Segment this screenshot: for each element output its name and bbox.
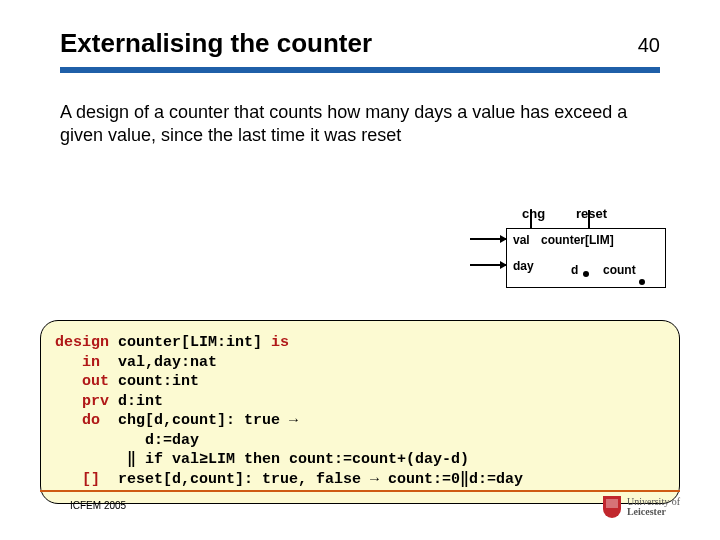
- counter-diagram: chg reset val counter[LIM] day d count: [470, 198, 670, 308]
- diagram-label-reset: reset: [576, 206, 607, 221]
- diagram-port-val: val: [513, 233, 530, 247]
- diagram-dot-d: [583, 271, 589, 277]
- title-rule: [60, 67, 660, 73]
- university-line2: Leicester: [627, 507, 680, 518]
- diagram-box: val counter[LIM] day d count: [506, 228, 666, 288]
- diagram-port-day: day: [513, 259, 534, 273]
- slide-number: 40: [638, 34, 660, 57]
- shield-icon: [603, 496, 621, 518]
- diagram-var-d: d: [571, 263, 578, 277]
- footer-rule: [40, 490, 680, 492]
- footer-venue: ICFEM 2005: [70, 500, 126, 511]
- slide-description: A design of a counter that counts how ma…: [60, 101, 660, 146]
- design-code: design counter[LIM:int] is in val,day:na…: [40, 320, 680, 504]
- diagram-port-count: count: [603, 263, 636, 277]
- diagram-box-title: counter[LIM]: [541, 233, 614, 247]
- diagram-label-chg: chg: [522, 206, 545, 221]
- diagram-dot-count: [639, 279, 645, 285]
- university-logo: University of Leicester: [603, 496, 680, 518]
- slide-title: Externalising the counter: [60, 28, 372, 59]
